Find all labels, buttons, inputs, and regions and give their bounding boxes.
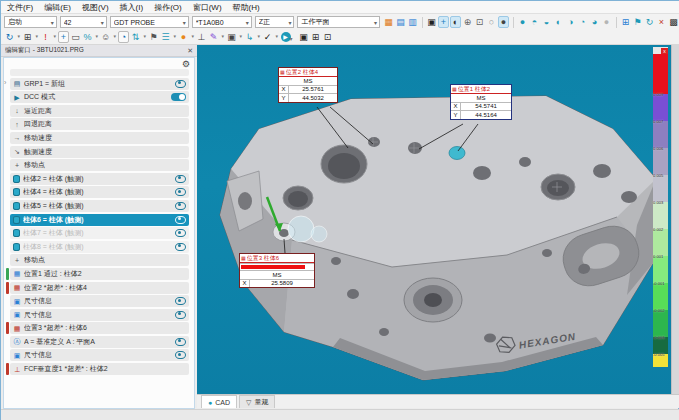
report-new-icon[interactable]: ▥: [407, 16, 418, 28]
chevron-down-icon[interactable]: ▾: [275, 34, 278, 39]
view-back-icon[interactable]: ◔: [577, 16, 588, 28]
wireframe-icon[interactable]: ○: [486, 16, 497, 28]
cad-3d-viewport[interactable]: HEXAGON ▦位置2 柱体4MSX25.5761Y44.5032▦位置1 柱…: [197, 45, 671, 394]
shaded-view-icon[interactable]: ●: [498, 16, 509, 28]
combo-5[interactable]: Z正▾: [255, 16, 295, 28]
tree-item-1[interactable]: [10, 69, 189, 76]
label-pos3-cyl6[interactable]: ▦位置3 柱体6MSX25.5809: [239, 253, 315, 288]
tree-item-3[interactable]: ▶DCC 模式: [10, 91, 189, 103]
cad-window-icon[interactable]: ⊞: [620, 16, 631, 28]
tree-item-2[interactable]: ›▤GRP1 = 新组: [10, 78, 189, 90]
chevron-down-icon[interactable]: ▾: [221, 34, 224, 39]
tab-gage[interactable]: ▽量规: [239, 395, 275, 408]
chevron-down-icon[interactable]: ▾: [53, 34, 56, 39]
snapshot-icon[interactable]: ▣: [426, 16, 437, 28]
menu-item-1[interactable]: 文件(F): [7, 2, 33, 13]
combo-2[interactable]: 42▾: [60, 16, 107, 28]
view-top-icon[interactable]: ◓: [529, 16, 540, 28]
zoom-extents-icon[interactable]: ⊡: [474, 16, 485, 28]
right-scroll-gutter[interactable]: [671, 45, 679, 394]
eye-icon[interactable]: [175, 311, 186, 319]
comment-icon[interactable]: ▭: [70, 31, 81, 43]
perpendicular-icon[interactable]: ⊥: [196, 31, 207, 43]
cad-cube-icon[interactable]: ⊞▾: [22, 31, 33, 43]
combo-4[interactable]: *T1A0B0▾: [192, 16, 252, 28]
tree-item-16[interactable]: ▦位置1 通过 : 柱体2: [10, 268, 189, 280]
rotate-sphere-icon[interactable]: ◐: [450, 16, 461, 28]
camera-dark-icon[interactable]: ▩: [668, 16, 679, 28]
tree-item-11[interactable]: 柱体5 = 柱体 (触测): [10, 200, 189, 212]
pan-box-icon[interactable]: +: [58, 31, 69, 43]
eye-icon[interactable]: [175, 175, 186, 183]
tree-item-10[interactable]: 柱体4 = 柱体 (触测): [10, 186, 189, 198]
marker-icon[interactable]: ●▾: [178, 31, 189, 43]
chevron-down-icon[interactable]: ▾: [239, 34, 242, 39]
path-percent-icon[interactable]: %▾: [82, 31, 93, 43]
view-bottom-icon[interactable]: ◕: [589, 16, 600, 28]
pan-icon[interactable]: +: [438, 16, 449, 28]
chevron-down-icon[interactable]: ▾: [113, 34, 116, 39]
eye-icon[interactable]: [175, 188, 186, 196]
tree-item-20[interactable]: ▦位置3 *超差* : 柱体6: [10, 322, 189, 334]
play-icon[interactable]: ▶▾: [280, 31, 291, 43]
tree-item-8[interactable]: +移动点: [10, 159, 189, 171]
tree-item-18[interactable]: ▣尺寸信息: [10, 295, 189, 307]
report-grid2-icon[interactable]: ⊡: [322, 31, 333, 43]
probe-mode-icon[interactable]: ◔: [118, 31, 129, 43]
eye-icon[interactable]: [175, 338, 186, 346]
rotate-view-icon[interactable]: ↻▾: [4, 31, 15, 43]
report-grid-icon[interactable]: ⊞: [310, 31, 321, 43]
view-right-icon[interactable]: ◑: [565, 16, 576, 28]
menu-item-7[interactable]: 帮助(H): [233, 2, 260, 13]
menu-item-6[interactable]: 窗口(W): [193, 2, 222, 13]
tree-item-23[interactable]: ⊥FCF垂直度1 *超差* : 柱体2: [10, 363, 189, 375]
chevron-down-icon[interactable]: ▾: [143, 34, 146, 39]
combo-1[interactable]: 启动▾: [4, 16, 57, 28]
probe-flag-icon[interactable]: ⚑: [632, 16, 643, 28]
eye-icon[interactable]: [175, 351, 186, 359]
eye-icon[interactable]: [175, 216, 186, 224]
view-off-icon[interactable]: ●: [601, 16, 612, 28]
chevron-down-icon[interactable]: ▾: [17, 34, 20, 39]
chevron-down-icon[interactable]: ▾: [286, 34, 296, 44]
toggle-switch[interactable]: [171, 93, 186, 101]
combo-6[interactable]: 工作平面▾: [297, 16, 380, 28]
combo-3[interactable]: GDT PROBE▾: [110, 16, 189, 28]
tree-item-12[interactable]: 柱体6 = 柱体 (触测): [10, 214, 189, 226]
tree-item-17[interactable]: ▦位置2 *超差* : 柱体4: [10, 282, 189, 294]
path-route-icon[interactable]: ↳▾: [244, 31, 255, 43]
tab-cad[interactable]: ●CAD: [201, 395, 237, 408]
chevron-down-icon[interactable]: ▾: [35, 34, 38, 39]
view-left-icon[interactable]: ◐: [553, 16, 564, 28]
gear-icon[interactable]: ⚙: [182, 59, 190, 69]
view-iso-icon[interactable]: ●: [517, 16, 528, 28]
menu-item-4[interactable]: 插入(I): [120, 2, 144, 13]
tree-item-9[interactable]: 柱体2 = 柱体 (触测): [10, 173, 189, 185]
flag-icon[interactable]: ⚑: [148, 31, 159, 43]
menu-item-3[interactable]: 视图(V): [82, 2, 109, 13]
menu-item-5[interactable]: 操作(O): [154, 2, 182, 13]
chevron-down-icon[interactable]: ▾: [173, 34, 176, 39]
tree-item-6[interactable]: →移动速度: [10, 132, 189, 144]
eye-icon[interactable]: [175, 297, 186, 305]
label-pos1-cyl2[interactable]: ▦位置1 柱体2MSX54.5741Y44.5164: [450, 84, 512, 120]
chevron-down-icon[interactable]: ▾: [191, 34, 194, 39]
operator-icon[interactable]: ☺▾: [100, 31, 111, 43]
tree-item-21[interactable]: ⒶA = 基准定义 A : 平面A: [10, 336, 189, 348]
tree-item-7[interactable]: ↘触测速度: [10, 146, 189, 158]
path-lines-icon[interactable]: ⇅▾: [130, 31, 141, 43]
probe-x-icon[interactable]: ×: [656, 16, 667, 28]
edit-pen-icon[interactable]: ✎▾: [208, 31, 219, 43]
tree-item-4[interactable]: ↓逼近距离: [10, 105, 189, 117]
eye-icon[interactable]: [175, 229, 186, 237]
tree-item-13[interactable]: 柱体7 = 柱体 (触测): [10, 227, 189, 239]
report-list-icon[interactable]: ▤: [395, 16, 406, 28]
zoom-target-icon[interactable]: ⊕: [462, 16, 473, 28]
legend-close-icon[interactable]: x: [661, 48, 668, 54]
eye-icon[interactable]: [175, 80, 186, 88]
snapshot2-icon[interactable]: ▣: [298, 31, 309, 43]
execute-check-icon[interactable]: ✓▾: [262, 31, 273, 43]
chevron-down-icon[interactable]: ▾: [257, 34, 260, 39]
editor-window-tab[interactable]: 编辑窗口 - 3BTU1021.PRG ✕: [1, 45, 197, 57]
tree-item-15[interactable]: +移动点: [10, 254, 189, 266]
